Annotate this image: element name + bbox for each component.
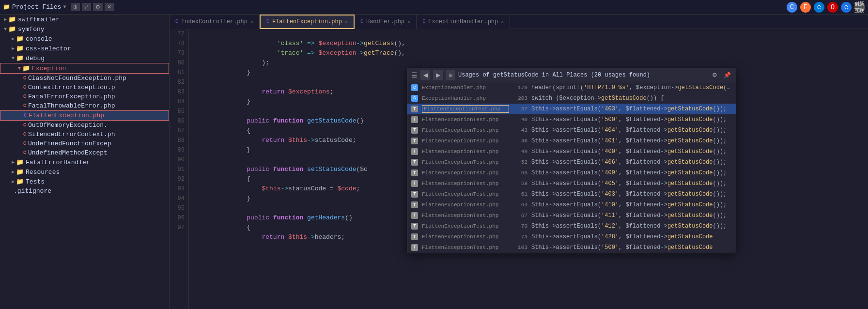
sidebar-item-resources[interactable]: ▶ 📁 Resources <box>0 167 169 177</box>
sync-btn[interactable]: ⇄ <box>82 3 91 11</box>
popup-list: C ExceptionHandler.php 170 header(sprint… <box>407 82 736 253</box>
popup-row-12[interactable]: T FlattenExceptionTest.php 67 $this->ass… <box>407 210 736 221</box>
popup-row-11[interactable]: T FlattenExceptionTest.php 64 $this->ass… <box>407 200 736 210</box>
popup-row-snippet: $this->assertEquals('428', $flattened->g… <box>531 233 713 240</box>
sidebar-item-outofmemory[interactable]: C OutOfMemoryException. <box>0 121 169 130</box>
popup-row-5[interactable]: T FlattenExceptionTest.php 46 $this->ass… <box>407 136 736 146</box>
tab-close-btn[interactable]: ✕ <box>407 19 410 25</box>
popup-row-0[interactable]: C ExceptionHandler.php 170 header(sprint… <box>407 82 736 93</box>
sidebar-item-label: debug <box>26 55 45 62</box>
new-file-btn[interactable]: ⊕ <box>71 3 80 11</box>
sidebar-item-label: ClassNotFoundException.php <box>28 75 126 82</box>
tab-indexcontroller[interactable]: C IndexController.php ✕ <box>170 15 260 29</box>
settings-btn[interactable]: ⚙ <box>93 3 103 11</box>
folder-icon: 📁 <box>16 178 24 185</box>
sidebar-item-classnotfound[interactable]: C ClassNotFoundException.php <box>0 74 169 83</box>
tab-close-btn[interactable]: ✕ <box>345 19 348 25</box>
sidebar-item-label: css-selector <box>26 45 71 52</box>
popup-row-snippet: $this->assertEquals('403', $flattened->g… <box>531 106 727 112</box>
line-numbers: 77 78 79 80 81 82 83 84 85 86 87 88 89 9… <box>170 29 189 309</box>
tab-flattenexception[interactable]: C FlattenException.php ✕ <box>260 15 355 29</box>
nav-forward-btn[interactable]: ▶ <box>433 70 443 80</box>
popup-row-linenum: 73 <box>513 234 527 240</box>
popup-header: ☰ ◀ ▶ ⊞ Usages of getStatusCode in All P… <box>407 68 736 82</box>
popup-row-filename: ExceptionHandler.php <box>422 85 509 91</box>
close-btn[interactable]: ✕ <box>105 3 114 11</box>
sidebar-item-flattenexception[interactable]: C FlattenException.php <box>0 110 169 121</box>
popup-row-1[interactable]: C ExceptionHandler.php 203 switch ($exce… <box>407 93 736 104</box>
popup-row-15[interactable]: T FlattenExceptionTest.php 103 $this->as… <box>407 242 736 253</box>
popup-row-filename: FlattenExceptionTest.php <box>422 149 509 154</box>
sidebar-item-swiftmailer[interactable]: ▶ 📁 swiftmailer <box>0 15 169 24</box>
sidebar-item-exception[interactable]: ▼ 📁 Exception <box>0 63 169 74</box>
sidebar-item-gitignore[interactable]: .gitignore <box>0 186 169 196</box>
usages-popup: ☰ ◀ ▶ ⊞ Usages of getStatusCode in All P… <box>407 68 736 253</box>
sidebar-item-console[interactable]: ▶ 📁 console <box>0 34 169 44</box>
popup-row-filename: FlattenExceptionTest.php <box>422 181 509 186</box>
collapse-arrow: ▶ <box>4 16 7 22</box>
sidebar-item-label: .gitignore <box>14 187 51 195</box>
nav-back-btn[interactable]: ◀ <box>420 70 430 80</box>
popup-row-4[interactable]: T FlattenExceptionTest.php 43 $this->ass… <box>407 125 736 136</box>
usages-icon: ☰ <box>411 71 418 79</box>
popup-row-linenum: 170 <box>513 85 527 91</box>
popup-row-9[interactable]: T FlattenExceptionTest.php 58 $this->ass… <box>407 178 736 189</box>
file-type-icon: T <box>411 138 418 144</box>
popup-pin-btn[interactable]: 📌 <box>722 70 732 80</box>
sidebar-item-silenced[interactable]: C SilencedErrorContext.ph <box>0 130 169 139</box>
popup-row-snippet: switch ($exception->getStatusCode()) { <box>531 95 664 102</box>
popup-row-filename: FlattenExceptionTest.php <box>422 170 509 176</box>
popup-row-7[interactable]: T FlattenExceptionTest.php 52 $this->ass… <box>407 157 736 168</box>
sidebar-item-label: UndefinedMethodExcept <box>28 149 108 156</box>
file-type-icon: T <box>411 159 418 166</box>
popup-row-2[interactable]: T FlattenExceptionTest.php 37 $this->ass… <box>407 104 736 114</box>
popup-row-3[interactable]: T FlattenExceptionTest.php 40 $this->ass… <box>407 114 736 125</box>
tab-handler[interactable]: C Handler.php ✕ <box>355 15 417 29</box>
popup-row-filename: ExceptionHandler.php <box>422 95 509 101</box>
sidebar-item-css-selector[interactable]: ▶ 📁 css-selector <box>0 44 169 53</box>
popup-row-filename: FlattenExceptionTest.php <box>422 105 509 113</box>
sidebar-item-contexterror[interactable]: C ContextErrorException.p <box>0 83 169 92</box>
sidebar-item-debug[interactable]: ▼ 📁 debug <box>0 53 169 63</box>
collapse-arrow: ▶ <box>12 46 15 51</box>
code-line-80: } <box>194 58 863 68</box>
browser-icons: C F e O e 创新互联 <box>787 2 865 13</box>
php-file-icon: C <box>23 103 26 108</box>
sidebar-item-symfony[interactable]: ▼ 📁 symfony <box>0 24 169 34</box>
popup-row-8[interactable]: T FlattenExceptionTest.php 55 $this->ass… <box>407 168 736 178</box>
popup-row-filename: FlattenExceptionTest.php <box>422 138 509 144</box>
firefox-icon[interactable]: F <box>800 2 811 13</box>
project-dropdown-arrow[interactable]: ▼ <box>63 4 66 10</box>
chrome-icon[interactable]: C <box>787 2 797 13</box>
popup-row-10[interactable]: T FlattenExceptionTest.php 61 $this->ass… <box>407 189 736 200</box>
popup-row-6[interactable]: T FlattenExceptionTest.php 49 $this->ass… <box>407 146 736 157</box>
sidebar-item-label: Exception <box>32 65 66 72</box>
popup-settings-btn[interactable]: ⚙ <box>710 70 719 80</box>
popup-row-linenum: 203 <box>513 95 527 101</box>
sidebar-item-label: UndefinedFunctionExcep <box>28 140 111 147</box>
collapse-arrow: ▼ <box>18 66 21 71</box>
folder-icon: 📁 <box>8 25 16 33</box>
sidebar-item-fatalerrorhandler[interactable]: ▶ 📁 FatalErrorHandler <box>0 157 169 167</box>
sidebar-item-tests[interactable]: ▶ 📁 Tests <box>0 177 169 186</box>
file-type-icon: T <box>411 223 418 230</box>
tab-close-btn[interactable]: ✕ <box>501 19 504 25</box>
popup-row-snippet: $this->assertEquals('410', $flattened->g… <box>531 201 727 208</box>
sidebar-item-undefinedfunction[interactable]: C UndefinedFunctionExcep <box>0 139 169 148</box>
tab-label: Handler.php <box>366 18 404 25</box>
sidebar-item-fatalerror[interactable]: C FatalErrorException.php <box>0 92 169 101</box>
sidebar-item-fatalthrowable[interactable]: C FatalThrowableError.php <box>0 101 169 110</box>
php-file-icon: C <box>23 94 26 99</box>
edge-icon[interactable]: e <box>841 2 852 13</box>
popup-row-13[interactable]: T FlattenExceptionTest.php 70 $this->ass… <box>407 221 736 232</box>
bookmark-btn[interactable]: ⊞ <box>446 70 455 80</box>
popup-row-14[interactable]: T FlattenExceptionTest.php 73 $this->ass… <box>407 232 736 242</box>
popup-row-filename: FlattenExceptionTest.php <box>422 127 509 133</box>
opera-icon[interactable]: O <box>827 2 838 13</box>
tab-close-btn[interactable]: ✕ <box>250 19 253 25</box>
tab-exceptionhandler[interactable]: C ExceptionHandler.php ✕ <box>417 15 510 29</box>
ie-icon[interactable]: e <box>814 2 824 13</box>
sidebar-item-undefinedmethod[interactable]: C UndefinedMethodExcept <box>0 148 169 157</box>
project-files-icon: 📁 <box>3 3 10 11</box>
file-type-icon: C <box>411 84 418 91</box>
